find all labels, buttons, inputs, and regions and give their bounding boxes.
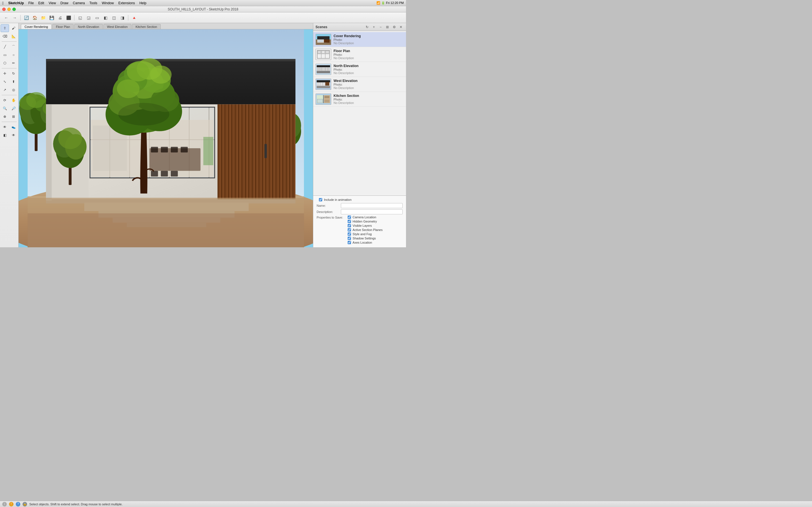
menu-help[interactable]: Help (139, 1, 146, 5)
tool-paint[interactable]: 🖌 (9, 24, 18, 32)
menu-extensions[interactable]: Extensions (118, 1, 135, 5)
tool-rect[interactable]: ▭ (1, 51, 9, 59)
toolbar-orbit[interactable]: 🔄 (22, 14, 30, 22)
scenes-panel-close[interactable]: ✕ (398, 24, 404, 30)
tool-line[interactable]: ╱ (1, 43, 9, 51)
toolbar-house[interactable]: 🏠 (31, 14, 39, 22)
tool-select[interactable]: ⇧ (1, 24, 9, 32)
name-input[interactable] (341, 203, 403, 208)
close-button[interactable] (2, 8, 6, 11)
minimize-button[interactable] (7, 8, 11, 11)
viewport-area: Cover Rendering Floor Plan North Elevati… (18, 23, 313, 247)
shadow-settings-checkbox[interactable] (348, 237, 351, 240)
apple-menu[interactable]:  (2, 1, 4, 5)
scene-item-kitchen[interactable]: Kitchen Section Photo: No Description (313, 92, 406, 107)
tool-zoomex[interactable]: 🔎 (9, 105, 18, 112)
scene-photo-kitchen: Photo: (334, 98, 404, 101)
toolbar-forward[interactable]: → (11, 14, 18, 22)
svg-rect-90 (318, 51, 320, 54)
toolbar-print[interactable]: 🖨 (56, 14, 64, 22)
tool-offset[interactable]: ◎ (9, 86, 18, 94)
svg-rect-40 (161, 147, 168, 152)
camera-location-checkbox[interactable] (348, 216, 351, 219)
toolbar-folder[interactable]: 📁 (39, 14, 47, 22)
props-checkboxes: Camera Location Hidden Geometry Visible … (343, 216, 403, 245)
tool-move[interactable]: ✛ (1, 69, 9, 77)
tool-eraser[interactable]: ⌫ (1, 33, 9, 40)
hidden-geometry-label: Hidden Geometry (353, 220, 377, 223)
toolbar-perspective[interactable]: ◲ (85, 14, 93, 22)
tool-walkthrough[interactable]: 👁 (1, 123, 9, 131)
tool-zoomwin[interactable]: ⊕ (1, 113, 9, 121)
toolbar-back[interactable]: ← (2, 14, 10, 22)
toolbar-save[interactable]: 💾 (48, 14, 56, 22)
tool-zoomall[interactable]: ⊞ (9, 113, 18, 121)
scenes-settings-btn[interactable]: ⚙ (391, 24, 397, 30)
menu-tools[interactable]: Tools (89, 1, 97, 5)
tool-scale[interactable]: ⤡ (1, 78, 9, 86)
maximize-button[interactable] (12, 8, 16, 11)
menu-view[interactable]: View (49, 1, 56, 5)
scene-item-west[interactable]: West Elevation Photo: No Description (313, 77, 406, 92)
scenes-add-btn[interactable]: + (371, 24, 377, 30)
active-section-checkbox[interactable] (348, 228, 351, 231)
toolbar-cube[interactable]: ⬛ (64, 14, 72, 22)
menu-window[interactable]: Window (102, 1, 114, 5)
tool-freehand[interactable]: ✏ (9, 59, 18, 67)
shadow-settings-label: Shadow Settings (353, 237, 376, 240)
scenes-view-toggle[interactable]: ⊞ (385, 24, 390, 30)
visible-layers-checkbox[interactable] (348, 224, 351, 227)
toolbar-iso[interactable]: ◱ (76, 14, 84, 22)
tab-west-elevation[interactable]: West Elevation (103, 24, 132, 29)
scene-info-north: North Elevation Photo: No Description (334, 64, 404, 75)
tool-followme[interactable]: ↗ (1, 86, 9, 94)
svg-rect-49 (264, 144, 267, 158)
hidden-geometry-checkbox[interactable] (348, 220, 351, 223)
tool-lookat[interactable]: 👟 (9, 123, 18, 131)
tool-polygon[interactable]: ⬡ (1, 59, 9, 67)
tab-kitchen-section[interactable]: Kitchen Section (132, 24, 161, 29)
menu-sketchup[interactable]: SketchUp (8, 1, 24, 5)
scene-info-cover: Cover Rendering Photo: No Description (334, 34, 404, 45)
window-controls[interactable] (2, 8, 16, 11)
scene-item-cover[interactable]: Cover Rendering Photo: No Description (313, 32, 406, 47)
scene-item-north[interactable]: North Elevation Photo: No Description (313, 62, 406, 77)
toolbar-section3[interactable]: ◨ (118, 14, 126, 22)
tool-tape[interactable]: 📐 (9, 33, 18, 40)
menu-camera[interactable]: Camera (73, 1, 85, 5)
toolbar-parallel[interactable]: ▭ (93, 14, 101, 22)
tool-circle[interactable]: ○ (9, 51, 18, 59)
tab-floor-plan[interactable]: Floor Plan (52, 24, 73, 29)
tool-arc[interactable]: ⌒ (9, 43, 18, 51)
svg-rect-116 (324, 100, 329, 103)
scenes-refresh-btn[interactable]: ↻ (364, 24, 370, 30)
toolbar-section2[interactable]: ◫ (110, 14, 118, 22)
3d-viewport[interactable] (18, 29, 313, 247)
tool-xray[interactable]: 👁 (9, 131, 18, 139)
svg-rect-55 (46, 104, 52, 201)
toolbar-axes[interactable]: 🔺 (130, 14, 138, 22)
tab-north-elevation[interactable]: North Elevation (74, 24, 103, 29)
tool-rotate[interactable]: ↻ (9, 69, 18, 77)
menu-file[interactable]: File (28, 1, 34, 5)
tab-cover-rendering[interactable]: Cover Rendering (21, 24, 52, 29)
description-input[interactable] (341, 209, 403, 214)
style-fog-checkbox[interactable] (348, 232, 351, 236)
scenes-list: Cover Rendering Photo: No Description (313, 31, 406, 195)
scene-name-north: North Elevation (334, 64, 404, 68)
tool-pushpull[interactable]: ⬆ (9, 78, 18, 86)
include-animation-checkbox[interactable] (319, 198, 322, 202)
axes-location-checkbox[interactable] (348, 241, 351, 244)
tool-orbit[interactable]: ⟳ (1, 96, 9, 104)
scene-photo-north: Photo: (334, 68, 404, 71)
tool-zoom[interactable]: 🔍 (1, 105, 9, 112)
scene-item-floor[interactable]: Floor Plan Photo: No Description (313, 47, 406, 62)
tool-pan[interactable]: ✋ (9, 96, 18, 104)
svg-rect-23 (46, 59, 296, 61)
menu-draw[interactable]: Draw (60, 1, 68, 5)
tool-section-plane[interactable]: ◧ (1, 131, 9, 139)
scenes-remove-btn[interactable]: − (378, 24, 384, 30)
toolbar-section[interactable]: ◧ (101, 14, 109, 22)
menu-edit[interactable]: Edit (38, 1, 44, 5)
style-fog-label: Style and Fog (353, 232, 372, 236)
